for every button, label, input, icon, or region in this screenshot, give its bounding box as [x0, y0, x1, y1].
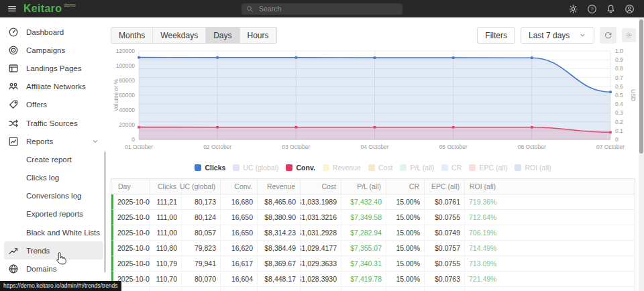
sidebar-item-offers[interactable]: Offers [4, 96, 103, 114]
legend-label: Revenue [333, 164, 361, 172]
sidebar-item-black-and-white-lists[interactable]: Black and White Lists [4, 223, 103, 241]
legend-swatch [233, 164, 239, 171]
gear-icon[interactable] [568, 4, 578, 14]
column-header-day[interactable]: Day [113, 179, 150, 194]
sidebar-item-reports[interactable]: Reports [4, 132, 103, 150]
legend-item-roi-all-[interactable]: ROI (all) [515, 164, 551, 172]
cell-cost: $1,033.1989 [301, 194, 341, 209]
cell-roi-all-: 719.36% [465, 194, 635, 209]
refresh-button[interactable] [600, 27, 616, 44]
column-header-cr[interactable]: CR [386, 179, 425, 194]
sidebar-item-create-report[interactable]: Create report [4, 150, 103, 168]
column-header-clicks[interactable]: Clicks [150, 179, 182, 194]
svg-text:0.6: 0.6 [615, 83, 623, 90]
cell-roi-all-: 714.49% [465, 241, 635, 255]
granularity-tabs: MonthsWeekdaysDaysHours [111, 27, 277, 44]
cell-p-l-all-: $7,282.94 [341, 225, 386, 240]
cell-clicks: 110,70 [150, 272, 182, 286]
sidebar-item-affiliate-networks[interactable]: Affiliate Networks [4, 78, 103, 96]
sidebar-item-dashboard[interactable]: Dashboard [4, 23, 103, 41]
column-header-conv-[interactable]: Conv. [221, 179, 258, 194]
cell-revenue: $8,369.67 [258, 256, 301, 271]
column-header-roi-all-[interactable]: ROI (all) [465, 179, 635, 194]
cell-revenue: $8,314.23 [258, 225, 301, 240]
legend-item-clicks[interactable]: Clicks [195, 164, 225, 172]
cell-cr: 15.00% [386, 256, 425, 271]
column-header-p-l-all-[interactable]: P/L (all) [341, 179, 386, 194]
sidebar-item-label: Reports [26, 137, 53, 146]
campaigns-icon [8, 45, 20, 56]
legend-item-conv-[interactable]: Conv. [286, 164, 315, 172]
tab-hours[interactable]: Hours [239, 27, 276, 43]
tab-months[interactable]: Months [111, 27, 152, 43]
sidebar-item-exported-reports[interactable]: Exported reports [4, 205, 103, 223]
legend-item-revenue[interactable]: Revenue [323, 164, 361, 172]
sidebar-item-domains[interactable]: Domains [4, 259, 103, 278]
sidebar-item-traffic-sources[interactable]: Traffic Sources [4, 114, 103, 132]
legend-item-cr[interactable]: CR [441, 164, 462, 172]
svg-text:0: 0 [615, 136, 619, 143]
sidebar-item-landings-pages[interactable]: Landings Pages [4, 59, 103, 77]
cell-uc-global-: 79,823 [182, 241, 221, 255]
trends-table: DayClicksUC (global)Conv.RevenueCostP/L … [111, 178, 635, 291]
cell-day: 2025-10-03 [113, 225, 150, 240]
legend-item-p-l-all-[interactable]: P/L (all) [400, 164, 434, 172]
cell-p-l-all-: $7,349.58 [341, 210, 386, 225]
cell-p-l-all-: $7,419.78 [341, 272, 386, 286]
cell-conv-: 16,620 [221, 241, 258, 255]
date-range-select[interactable]: Last 7 days [521, 27, 594, 44]
svg-text:03 October: 03 October [282, 143, 310, 150]
table-row: 2025-10-01111,2180,17316,680$8,465.60$1,… [111, 194, 635, 210]
page-scrollbar-thumb[interactable] [639, 19, 643, 154]
chart-settings-button[interactable] [622, 28, 636, 42]
bell-icon[interactable] [606, 4, 616, 14]
svg-text:04 October: 04 October [360, 143, 388, 150]
help-icon[interactable]: ? [587, 4, 597, 14]
column-header-epc-all-[interactable]: EPC (all) [425, 179, 465, 194]
traffic-icon [8, 118, 20, 129]
svg-text:?: ? [590, 6, 594, 12]
cell-epc-all- [425, 287, 465, 291]
table-row: 2025-10-04110,8079,82316,620$8,384.49$1,… [111, 241, 635, 256]
legend-swatch [286, 164, 292, 171]
app-logo[interactable]: Keitaro [23, 3, 62, 15]
cell-day: 2025-10-05 [113, 256, 150, 271]
sidebar-item-trends[interactable]: Trends [4, 241, 103, 259]
tab-days[interactable]: Days [205, 27, 239, 43]
sidebar-item-label: Affiliate Networks [26, 82, 86, 91]
sidebar-item-label: Campaigns [26, 46, 65, 54]
column-header-revenue[interactable]: Revenue [258, 179, 301, 194]
svg-text:0.2: 0.2 [615, 119, 623, 125]
column-header-cost[interactable]: Cost [301, 179, 341, 194]
sidebar-item-clicks-log[interactable]: Clicks log [4, 169, 103, 187]
cell-roi-all-: 706.19% [465, 225, 635, 240]
topbar-actions: ? [568, 4, 644, 14]
sidebar-scrollbar[interactable] [104, 152, 106, 272]
cell-roi-all-: 713.09% [465, 256, 635, 271]
hamburger-icon[interactable] [7, 4, 17, 13]
legend-item-cost[interactable]: Cost [368, 164, 393, 172]
sidebar-item-campaigns[interactable]: Campaigns [4, 41, 103, 59]
legend-item-epc-all-[interactable]: EPC (all) [469, 164, 507, 172]
cell-cost: $1,029.4177 [301, 241, 341, 255]
legend-item-uc-global-[interactable]: UC (global) [233, 164, 278, 172]
table-row: 2025-10-06110,7080,07016,604$8,448.17$1,… [111, 272, 635, 287]
svg-text:0.4: 0.4 [615, 101, 623, 107]
legend-swatch [323, 164, 329, 171]
filters-button[interactable]: Filters [477, 27, 515, 44]
sidebar-item-conversions-log[interactable]: Conversions log [4, 187, 103, 205]
account-icon[interactable] [625, 4, 635, 14]
search-box[interactable] [241, 3, 402, 15]
cell-revenue: $8,380.90 [258, 210, 301, 225]
search-input[interactable] [258, 4, 398, 13]
svg-text:0: 0 [131, 136, 135, 143]
sidebar-item-label: Clicks log [26, 174, 59, 182]
tab-weekdays[interactable]: Weekdays [152, 27, 205, 43]
cell-roi-all-: 712.64% [465, 210, 635, 225]
sidebar-item-label: Black and White Lists [26, 229, 100, 237]
column-header-uc-global-[interactable]: UC (global) [182, 179, 221, 194]
date-range-value: Last 7 days [529, 31, 570, 40]
legend-label: Cost [378, 164, 393, 172]
page-scrollbar [639, 17, 644, 291]
cell-p-l-all-: $7,340.31 [341, 256, 386, 271]
